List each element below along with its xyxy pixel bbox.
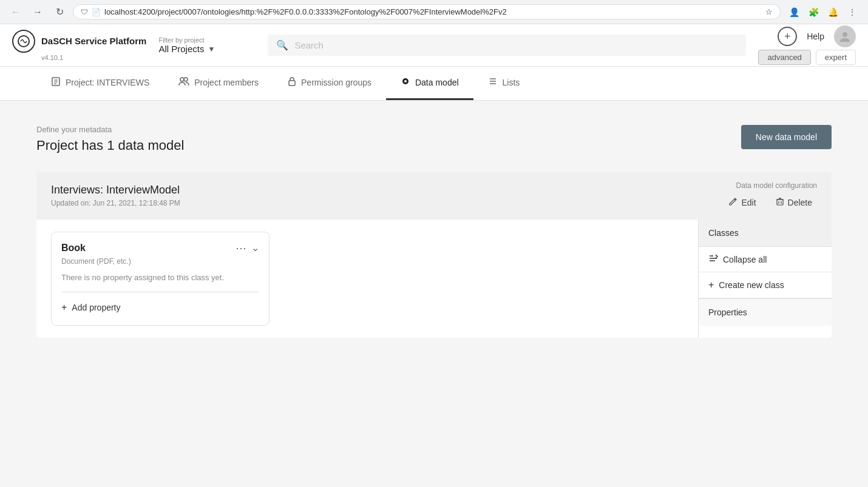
tab-lists-label: Lists	[503, 78, 520, 87]
data-model-header: Interviews: InterviewModel Updated on: J…	[36, 172, 832, 220]
class-name: Book	[61, 243, 86, 254]
app-header: DaSCH Service Platform v4.10.1 Filter by…	[0, 24, 868, 67]
forward-button[interactable]: →	[29, 4, 46, 21]
add-button[interactable]: +	[778, 27, 797, 46]
search-placeholder: Search	[294, 40, 324, 50]
bookmark-icon[interactable]: ☆	[765, 7, 773, 16]
members-icon	[178, 76, 189, 89]
svg-rect-15	[777, 200, 783, 205]
data-model-actions: Edit Delete	[724, 195, 817, 210]
main-content: Define your metadata Project has 1 data …	[0, 101, 868, 487]
filter-section: Filter by project All Projects ▼	[158, 36, 256, 54]
collapse-all-icon	[708, 254, 718, 264]
class-empty-message: There is no property assigned to this cl…	[61, 273, 259, 282]
menu-icon[interactable]: ⋮	[844, 4, 861, 21]
more-options-button[interactable]: ⋯	[236, 243, 246, 254]
page-header: Define your metadata Project has 1 data …	[36, 125, 832, 153]
search-icon: 🔍	[276, 39, 288, 51]
filter-label: Filter by project	[158, 36, 256, 44]
logo-version: v4.10.1	[41, 54, 63, 61]
classes-panel: Book ⋯ ⌄ Document (PDF, etc.) There is n…	[36, 220, 698, 338]
tab-datamodel[interactable]: Data model	[386, 67, 473, 100]
tab-members[interactable]: Project members	[164, 67, 273, 100]
browser-actions: 👤 🧩 🔔 ⋮	[785, 4, 861, 21]
datamodel-icon	[401, 76, 410, 89]
nav-tabs: Project: INTERVIEWS Project members Perm…	[0, 67, 868, 101]
svg-point-6	[180, 78, 184, 81]
reload-button[interactable]: ↻	[51, 4, 68, 21]
back-button[interactable]: ←	[7, 4, 24, 21]
plus-circle-icon: +	[708, 280, 714, 291]
data-model-body: Book ⋯ ⌄ Document (PDF, etc.) There is n…	[36, 220, 832, 338]
data-model-updated: Updated on: Jun 21, 2021, 12:18:48 PM	[51, 199, 724, 207]
document-icon: 📄	[92, 8, 101, 16]
edit-button[interactable]: Edit	[724, 195, 761, 210]
plus-icon: +	[61, 302, 67, 313]
class-type: Document (PDF, etc.)	[61, 257, 259, 266]
filter-value: All Projects	[158, 44, 204, 54]
trash-icon	[776, 197, 784, 207]
sidebar-panel: Classes Collapse all + Create new class …	[698, 220, 832, 338]
collapse-button[interactable]: ⌄	[251, 242, 259, 254]
page-title: Project has 1 data model	[36, 138, 184, 153]
svg-point-7	[184, 78, 188, 81]
data-model-config: Data model configuration Edit Delete	[724, 181, 817, 210]
app-logo: DaSCH Service Platform v4.10.1	[12, 30, 146, 61]
class-header-actions: ⋯ ⌄	[236, 242, 259, 254]
profile-icon[interactable]: 👤	[785, 4, 802, 21]
tab-project[interactable]: Project: INTERVIEWS	[36, 67, 164, 100]
header-right: + Help advanced expert	[758, 25, 856, 65]
tab-lists[interactable]: Lists	[473, 67, 535, 100]
collapse-all-button[interactable]: Collapse all	[699, 247, 832, 272]
create-new-class-button[interactable]: + Create new class	[699, 272, 832, 298]
svg-point-10	[404, 80, 407, 82]
extension-icon[interactable]: 🧩	[805, 4, 822, 21]
security-icon: 🛡	[81, 8, 88, 16]
advanced-button[interactable]: advanced	[758, 50, 810, 65]
svg-rect-8	[289, 81, 295, 86]
logo-icon	[12, 30, 35, 53]
address-bar[interactable]: 🛡 📄 localhost:4200/project/0007/ontologi…	[73, 4, 781, 19]
properties-section-title: Properties	[699, 298, 832, 326]
add-property-button[interactable]: + Add property	[61, 300, 121, 315]
class-card-header: Book ⋯ ⌄	[61, 242, 259, 254]
tab-permissions[interactable]: Permission groups	[273, 67, 386, 100]
avatar[interactable]	[834, 25, 856, 47]
project-icon	[51, 76, 61, 89]
class-card: Book ⋯ ⌄ Document (PDF, etc.) There is n…	[51, 232, 270, 326]
edit-icon	[729, 197, 737, 207]
filter-dropdown[interactable]: All Projects ▼	[158, 44, 256, 54]
tab-datamodel-label: Data model	[415, 78, 459, 87]
lock-icon	[288, 76, 296, 89]
data-model-config-label: Data model configuration	[724, 181, 817, 190]
svg-point-1	[843, 32, 847, 37]
data-model-section: Interviews: InterviewModel Updated on: J…	[36, 172, 832, 338]
lists-icon	[488, 76, 498, 89]
delete-button[interactable]: Delete	[771, 195, 817, 210]
help-text[interactable]: Help	[807, 32, 824, 41]
classes-section-title: Classes	[699, 220, 832, 247]
class-divider	[61, 292, 259, 292]
data-model-name: Interviews: InterviewModel	[51, 184, 724, 196]
expert-button[interactable]: expert	[816, 50, 856, 65]
tab-permissions-label: Permission groups	[301, 78, 371, 87]
new-data-model-button[interactable]: New data model	[741, 125, 832, 149]
chevron-down-icon: ▼	[208, 45, 215, 53]
browser-chrome: ← → ↻ 🛡 📄 localhost:4200/project/0007/on…	[0, 0, 868, 24]
tab-project-label: Project: INTERVIEWS	[66, 78, 149, 87]
search-bar[interactable]: 🔍 Search	[268, 35, 746, 56]
tab-members-label: Project members	[194, 78, 259, 87]
url-text: localhost:4200/project/0007/ontologies/h…	[104, 7, 762, 16]
extension-icon-2[interactable]: 🔔	[824, 4, 841, 21]
data-model-info: Interviews: InterviewModel Updated on: J…	[51, 184, 724, 207]
page-subtitle: Define your metadata	[36, 125, 184, 134]
logo-text: DaSCH Service Platform	[41, 36, 146, 47]
